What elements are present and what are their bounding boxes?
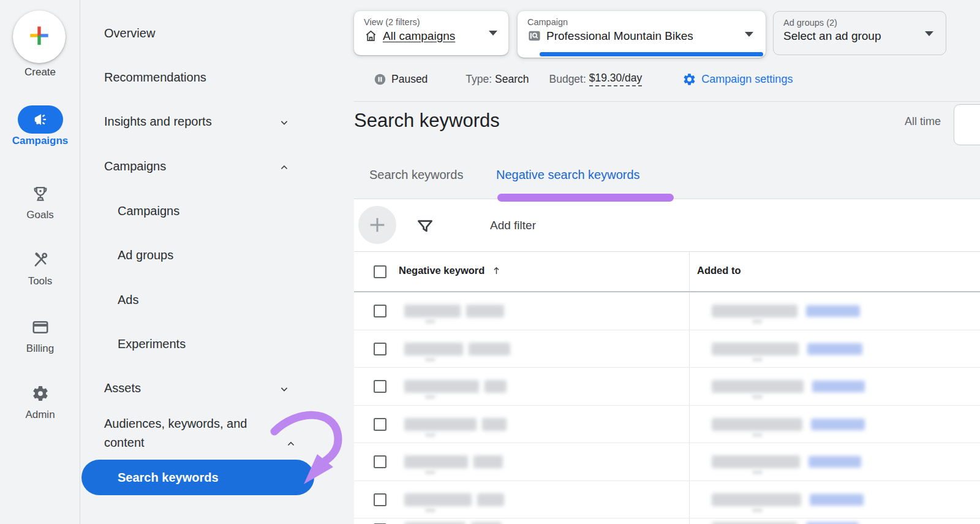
redacted-text <box>752 508 763 512</box>
redacted-added-to-link[interactable] <box>812 381 865 392</box>
row-checkbox[interactable] <box>374 455 386 468</box>
sidebar-item-assets[interactable]: Assets <box>80 379 354 397</box>
rail-item-label: Admin <box>0 409 80 421</box>
redacted-text <box>425 357 435 362</box>
redacted-text <box>425 470 435 474</box>
redacted-added-to-link[interactable] <box>809 456 861 468</box>
campaign-settings-link[interactable]: Campaign settings <box>682 72 793 86</box>
redacted-negative-keyword <box>466 305 504 317</box>
redacted-added-to-text <box>712 455 800 468</box>
chevron-up-icon[interactable] <box>278 160 290 172</box>
rail-item-goals[interactable]: Goals <box>0 180 80 221</box>
date-range-box[interactable] <box>954 104 980 145</box>
redacted-negative-keyword <box>473 455 503 468</box>
sidebar-item-label: Experiments <box>118 337 186 351</box>
status-badge: Paused <box>391 73 428 86</box>
sidebar-item-label: Search keywords <box>118 471 219 484</box>
paused-icon <box>374 73 386 86</box>
redacted-text <box>752 357 763 362</box>
sidebar-item-label: Overview <box>104 26 155 40</box>
view-selector-label: View (2 filters) <box>364 17 499 27</box>
rail-item-label: Campaigns <box>0 135 80 147</box>
rail-item-campaigns[interactable]: Campaigns <box>0 105 80 147</box>
row-checkbox[interactable] <box>374 493 386 506</box>
redacted-added-to-text <box>712 418 802 431</box>
campaign-search-icon <box>527 29 541 43</box>
sidebar-item-ad-groups[interactable]: Ad groups <box>80 246 354 264</box>
redacted-added-to-link[interactable] <box>806 305 860 317</box>
redacted-text <box>752 395 763 399</box>
type-label: Type: <box>466 73 492 86</box>
redacted-added-to-text <box>712 380 804 393</box>
table-row <box>354 481 980 519</box>
sidebar-item-ads[interactable]: Ads <box>80 290 354 309</box>
sidebar-item-experiments[interactable]: Experiments <box>80 335 354 353</box>
redacted-added-to-text <box>712 305 797 317</box>
sidebar-item-campaigns[interactable]: Campaigns <box>80 157 354 175</box>
chevron-down-icon[interactable] <box>278 382 290 394</box>
sidebar-item-label: Campaigns <box>118 204 179 218</box>
dropdown-caret-icon <box>489 31 497 36</box>
tab-search-keywords[interactable]: Search keywords <box>369 166 463 183</box>
column-header-added-to[interactable]: Added to <box>697 265 741 276</box>
redacted-negative-keyword <box>404 418 477 431</box>
sidebar-item-audiences-keywords-and-content[interactable]: Audiences, keywords, and content <box>80 414 288 454</box>
row-checkbox[interactable] <box>374 305 386 317</box>
table-header-row: Negative keyword Added to <box>354 251 980 292</box>
redacted-added-to-link[interactable] <box>807 343 862 355</box>
chevron-down-icon[interactable] <box>278 115 290 127</box>
rail-item-tools[interactable]: Tools <box>0 246 80 287</box>
chevron-up-icon[interactable] <box>285 436 297 449</box>
redacted-added-to-text <box>712 343 799 355</box>
column-header-negative-keyword[interactable]: Negative keyword <box>399 265 502 276</box>
campaign-selector-value: Professional Mountain Bikes <box>546 29 693 43</box>
sidebar-item-recommendations[interactable]: Recommendations <box>80 68 354 86</box>
home-icon <box>364 29 378 43</box>
ad-group-selector-label: Ad groups (2) <box>783 18 936 28</box>
time-range-label[interactable]: All time <box>862 115 941 128</box>
sidebar-item-insights-and-reports[interactable]: Insights and reports <box>80 112 354 131</box>
header-divider <box>354 101 980 102</box>
view-selector[interactable]: View (2 filters) All campaigns <box>354 11 508 55</box>
redacted-negative-keyword <box>469 343 510 355</box>
redacted-added-to-link[interactable] <box>810 494 864 506</box>
rail-item-billing[interactable]: Billing <box>0 313 80 355</box>
sidebar-item-overview[interactable]: Overview <box>80 24 354 42</box>
filter-funnel-icon <box>415 217 435 237</box>
rail-item-label: Goals <box>0 209 80 221</box>
select-all-checkbox[interactable] <box>374 265 386 278</box>
table-row <box>354 368 980 406</box>
campaign-selector[interactable]: Campaign Professional Mountain Bikes <box>518 11 766 58</box>
sidebar-item-search-keywords-active[interactable]: Search keywords <box>81 460 314 495</box>
view-selector-value: All campaigns <box>383 29 455 43</box>
sidebar-item-label: Insights and reports <box>104 115 212 128</box>
add-filter-label[interactable]: Add filter <box>490 218 536 233</box>
table-row <box>354 330 980 368</box>
redacted-added-to-text <box>712 493 801 506</box>
sidebar-item-label: Ad groups <box>118 248 173 262</box>
row-checkbox[interactable] <box>374 380 386 393</box>
plus-icon <box>367 215 388 235</box>
annotation-highlight <box>497 194 674 202</box>
create-label: Create <box>0 66 80 78</box>
sidebar-item-campaigns[interactable]: Campaigns <box>80 202 354 220</box>
rail-item-admin[interactable]: Admin <box>0 379 80 421</box>
create-button[interactable] <box>13 10 66 63</box>
side-navigation: OverviewRecommendationsInsights and repo… <box>80 0 354 524</box>
tools-icon <box>0 246 80 274</box>
redacted-negative-keyword <box>404 455 468 468</box>
table-row <box>354 406 980 444</box>
ad-group-selector[interactable]: Ad groups (2) Select an ad group <box>773 11 946 55</box>
filter-button[interactable] <box>415 217 435 235</box>
redacted-text <box>425 508 435 512</box>
gear-icon <box>0 379 80 408</box>
row-checkbox[interactable] <box>374 418 386 431</box>
tab-negative-search-keywords[interactable]: Negative search keywords <box>496 166 640 183</box>
add-negative-keyword-button[interactable] <box>358 206 396 244</box>
budget-value[interactable]: $19.30/day <box>589 72 643 86</box>
sidebar-item-label: Assets <box>104 381 141 395</box>
dropdown-caret-icon <box>925 31 933 36</box>
redacted-negative-keyword <box>477 493 504 506</box>
redacted-added-to-link[interactable] <box>811 419 865 430</box>
row-checkbox[interactable] <box>374 343 386 355</box>
